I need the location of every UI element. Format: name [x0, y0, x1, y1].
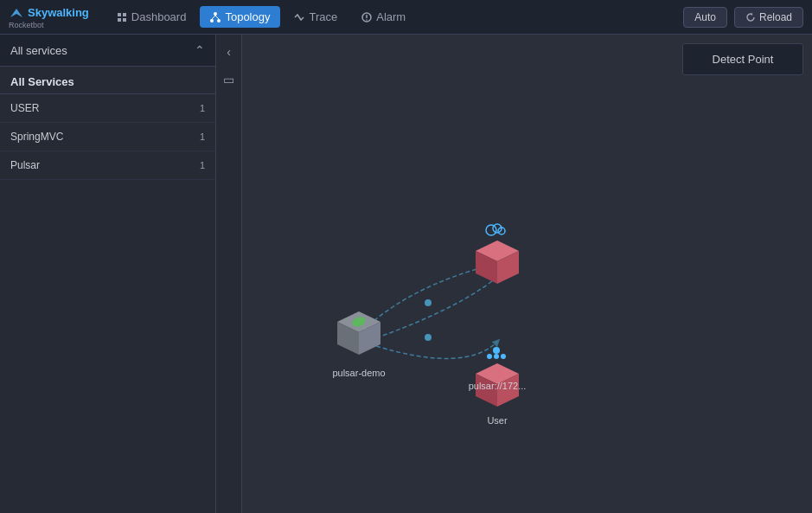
label-user: User — [487, 415, 508, 426]
nav-alarm[interactable]: Alarm — [351, 6, 416, 28]
skywalking-bird-icon — [9, 5, 24, 21]
nav-dashboard[interactable]: Dashboard — [106, 6, 197, 28]
node-user[interactable] — [476, 347, 519, 407]
collapse-left-icon[interactable]: ‹ — [223, 42, 234, 62]
svg-point-24 — [493, 347, 500, 354]
nav-trace[interactable]: Trace — [284, 6, 348, 28]
service-item-user[interactable]: USER 1 — [0, 94, 215, 123]
main-content: All services ⌃ All Services USER 1 Sprin… — [0, 35, 812, 513]
all-services-label: All Services — [0, 67, 215, 94]
svg-rect-2 — [123, 13, 126, 16]
topology-area: Detect Point — [242, 35, 812, 513]
reload-label: Reload — [759, 11, 792, 23]
collapse-bar: ‹ ▭ — [216, 35, 242, 513]
svg-point-18 — [486, 225, 496, 235]
nav-trace-label: Trace — [309, 10, 337, 23]
service-count-pulsar: 1 — [200, 160, 205, 170]
reload-icon — [745, 12, 756, 22]
alarm-icon — [361, 12, 372, 22]
book-icon[interactable]: ▭ — [220, 69, 238, 90]
svg-point-26 — [501, 354, 506, 359]
service-count-springmvc: 1 — [200, 131, 205, 142]
service-name-springmvc: SpringMVC — [10, 131, 63, 143]
svg-point-12 — [366, 19, 368, 21]
svg-rect-4 — [123, 18, 126, 22]
edge-demo-to-user — [376, 342, 497, 358]
dashboard-icon — [117, 12, 127, 22]
logo-text: Skywalking — [28, 6, 89, 19]
nav-alarm-label: Alarm — [376, 10, 406, 23]
node-pulsardemo[interactable] — [337, 311, 380, 355]
node-pulsar172[interactable] — [476, 224, 519, 284]
header-actions: Auto Reload — [683, 7, 803, 28]
header: Skywalking Rocketbot Dashboard Topology — [0, 0, 812, 35]
edge-dot-2 — [425, 334, 432, 341]
svg-rect-3 — [118, 18, 121, 22]
service-count-user: 1 — [200, 103, 205, 113]
topology-icon — [210, 12, 221, 22]
svg-point-25 — [487, 354, 492, 359]
svg-point-7 — [217, 19, 221, 22]
logo-sub-text: Rocketbot — [9, 21, 89, 29]
sidebar: All services ⌃ All Services USER 1 Sprin… — [0, 35, 216, 513]
svg-rect-1 — [118, 13, 121, 16]
service-name-pulsar: Pulsar — [10, 159, 40, 171]
label-pulsar172: pulsar://172... — [469, 381, 527, 391]
svg-point-27 — [494, 354, 499, 359]
sidebar-toggle-button[interactable]: ⌃ — [195, 43, 205, 57]
label-pulsardemo: pulsar-demo — [332, 368, 385, 378]
nav-dashboard-label: Dashboard — [131, 10, 187, 23]
svg-line-8 — [212, 16, 215, 19]
svg-line-9 — [215, 16, 219, 19]
service-name-user: USER — [10, 102, 39, 114]
svg-marker-0 — [10, 9, 22, 17]
sidebar-title: All services — [10, 44, 67, 57]
topology-svg: pulsar://172... pulsar-demo User — [242, 35, 812, 513]
svg-point-6 — [210, 19, 214, 22]
nav-topology[interactable]: Topology — [200, 6, 280, 28]
svg-point-5 — [214, 12, 217, 16]
service-item-springmvc[interactable]: SpringMVC 1 — [0, 123, 215, 151]
logo: Skywalking Rocketbot — [9, 5, 89, 29]
logo-top: Skywalking — [9, 5, 89, 21]
auto-button[interactable]: Auto — [683, 7, 727, 28]
sidebar-header: All services ⌃ — [0, 35, 215, 67]
main-nav: Dashboard Topology Trace Alar — [106, 6, 683, 28]
nav-topology-label: Topology — [225, 10, 270, 23]
service-item-pulsar[interactable]: Pulsar 1 — [0, 151, 215, 180]
edge-dot-1 — [425, 299, 432, 306]
trace-icon — [294, 12, 304, 22]
reload-button[interactable]: Reload — [734, 7, 803, 28]
